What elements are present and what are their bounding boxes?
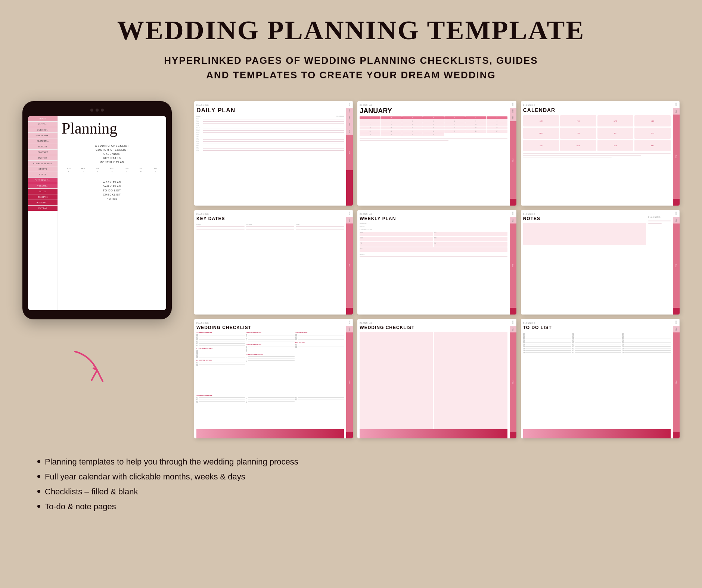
sidebar-tab-attire[interactable]: ATTIRE & BEAUTY xyxy=(28,161,58,166)
menu-checklist[interactable]: CHECKLIST xyxy=(62,193,162,197)
camera-dot-3 xyxy=(101,109,104,112)
sidebar-tab-contact[interactable]: CONTACT xyxy=(28,150,58,155)
chk1-item-13 xyxy=(246,334,294,336)
docs-top-row: PLANNING DAILY PLAN DATE:SCHEDULE 6 AM 7… xyxy=(194,101,680,206)
sidebar-tab-notes[interactable]: NOTES xyxy=(28,189,58,194)
doc-planning-label: PLANNING xyxy=(196,104,344,106)
menu-calendar[interactable]: CALENDAR xyxy=(62,152,162,156)
doc-wp-sidebar: HOME PLAN PLAN xyxy=(510,210,516,315)
menu-monthly-plan[interactable]: MONTHLY PLAN xyxy=(62,160,162,164)
chk1-item-23 xyxy=(295,334,344,336)
sidebar-tab-budget[interactable]: BUDGET xyxy=(28,144,58,150)
time-slot-14: 7 PM xyxy=(196,147,344,149)
time-slot-9: 2 PM xyxy=(196,136,344,138)
time-slot-4: 9 AM xyxy=(196,125,344,126)
sidebar-tab-extras[interactable]: EXTRAS xyxy=(28,206,58,211)
bullet-dot-3 xyxy=(37,490,40,493)
doc-jan-main: PLANNING JANUARY S M T W T F S 1 2 3 xyxy=(357,101,509,206)
chk1-item-6 xyxy=(196,345,245,346)
sidebar-tab-reviews[interactable]: REVIEWS xyxy=(28,194,58,200)
doc-kd-col3: Today xyxy=(296,223,344,231)
chk1-item-3 xyxy=(196,338,245,340)
menu-key-dates[interactable]: KEY DATES xyxy=(62,156,162,160)
bullet-dot-4 xyxy=(37,505,40,508)
chk2-blank-area-2 xyxy=(434,332,507,429)
chk1-item-1 xyxy=(196,334,245,336)
sidebar-tab-vision[interactable]: VISION BOA... xyxy=(28,133,58,138)
arrow-indicator xyxy=(67,348,112,387)
menu-custom-checklist[interactable]: CUSTOM CHECKLIST xyxy=(62,148,162,152)
time-slot-2: 7 AM xyxy=(196,121,344,122)
menu-todo-list[interactable]: TO DO LIST xyxy=(62,188,162,193)
sidebar-tab-wedding[interactable]: WEDDING C... xyxy=(28,178,58,183)
main-content: HOME CUSTO... OUR STO... VISION BOA... P… xyxy=(22,101,680,438)
doc-jan-sidebar: HOME CUSTO OUR S PLAN xyxy=(510,101,516,206)
doc-daily-date: DATE:SCHEDULE xyxy=(196,115,344,117)
chk1-item-18 xyxy=(246,348,294,350)
doc-cal-sidebar: HOME PLAN PLAN xyxy=(673,101,680,206)
docs-middle-row: PLANNING KEY DATES Budget 3 Months xyxy=(194,210,680,315)
time-slot-7: 12 PM xyxy=(196,132,344,133)
doc-kd-label: PLANNING xyxy=(196,213,344,215)
doc-wp-week: WEEK OF: xyxy=(360,223,507,225)
bullet-4: To-do & note pages xyxy=(37,502,680,512)
bullet-dot-1 xyxy=(37,460,40,463)
docs-bottom-row: PLANNING WEDDING CHECKLIST 12+ MONTHS BE… xyxy=(194,319,680,438)
time-slot-10: 3 PM xyxy=(196,138,344,140)
sidebar-tab-planning[interactable]: PLANNIN... xyxy=(28,138,58,144)
ipad-frame: HOME CUSTO... OUR STO... VISION BOA... P… xyxy=(22,101,172,319)
sidebar-tab-venue[interactable]: VENUE xyxy=(28,172,58,178)
todo-col3 xyxy=(622,333,671,429)
wp-saturday: SAT xyxy=(434,242,507,247)
ipad-mockup: HOME CUSTO... OUR STO... VISION BOA... P… xyxy=(22,101,172,357)
doc-kd-title: KEY DATES xyxy=(196,216,344,221)
sidebar-tab-guests[interactable]: GUESTS xyxy=(28,166,58,172)
time-slot-8: 1 PM xyxy=(196,134,344,135)
doc-cal-months-grid: JAN FEB MAR APR MAY JUN JUL AUG SEP OCT … xyxy=(523,115,671,151)
sidebar-tab-home[interactable]: HOME xyxy=(28,116,58,122)
cal-month-4: APR xyxy=(634,115,671,126)
camera-dot-1 xyxy=(90,109,93,112)
ipad-main-content: Planning WEDDING CHECKLIST CUSTOM CHECKL… xyxy=(58,116,166,310)
doc-key-dates: PLANNING KEY DATES Budget 3 Months xyxy=(194,210,353,315)
doc-kd-main: PLANNING KEY DATES Budget 3 Months xyxy=(194,210,346,315)
chk1-item-20 xyxy=(246,356,294,357)
sidebar-tab-oursto[interactable]: OUR STO... xyxy=(28,127,58,133)
menu-notes[interactable]: NOTES xyxy=(62,197,162,201)
bullet-1: Planning templates to help you through t… xyxy=(37,457,680,467)
menu-week-plan[interactable]: WEEK PLAN xyxy=(62,180,162,184)
subtitle: HYPERLINKED PAGES OF WEDDING PLANNING CH… xyxy=(22,53,680,82)
arrow-svg xyxy=(67,348,112,385)
doc-kd-cols: Budget 3 Months Today xyxy=(196,223,344,231)
sidebar-tab-parties[interactable]: PARTIES xyxy=(28,155,58,161)
sidebar-tab-weddingday[interactable]: WEDDING... xyxy=(28,200,58,206)
chk1-item-10 xyxy=(196,356,245,358)
chk1-item-22 xyxy=(246,360,294,362)
menu-wedding-checklist[interactable]: WEDDING CHECKLIST xyxy=(62,144,162,148)
cal-month-3: MAR xyxy=(597,115,634,126)
chk1-item-4 xyxy=(196,341,245,342)
doc-wp-title: WEEKLY PLAN xyxy=(360,216,507,221)
cal-month-1: JAN xyxy=(523,115,559,126)
menu-daily-plan[interactable]: DAILY PLAN xyxy=(62,184,162,188)
chk1-item-21 xyxy=(246,358,294,359)
chk1-item-9 xyxy=(196,354,245,356)
doc-chk2-sidebar: HOME PLAN PLAN xyxy=(510,319,516,438)
wp-wednesday: WED xyxy=(360,237,433,241)
chk1-item-8 xyxy=(196,352,245,354)
wp-sunday: SUN xyxy=(360,247,507,252)
todo-col1 xyxy=(523,333,572,429)
doc-todo-cols xyxy=(523,333,671,429)
cal-month-8: AUG xyxy=(634,128,671,139)
chk1-bottom-grid xyxy=(196,397,344,403)
doc-jan-notes-area xyxy=(360,138,507,141)
time-slot-11: 4 PM xyxy=(196,141,344,142)
doc-todo-label: PLANNING xyxy=(523,322,671,324)
doc-kd-col1: Budget xyxy=(196,223,245,231)
sidebar-tab-custom[interactable]: CUSTO... xyxy=(28,122,58,127)
wp-notes: NOTES xyxy=(360,253,507,258)
doc-todo-title: TO DO LIST xyxy=(523,325,671,330)
cal-month-2: FEB xyxy=(560,115,596,126)
time-slot-3: 8 AM xyxy=(196,123,344,124)
sidebar-tab-vendor[interactable]: VENDOR... xyxy=(28,183,58,189)
